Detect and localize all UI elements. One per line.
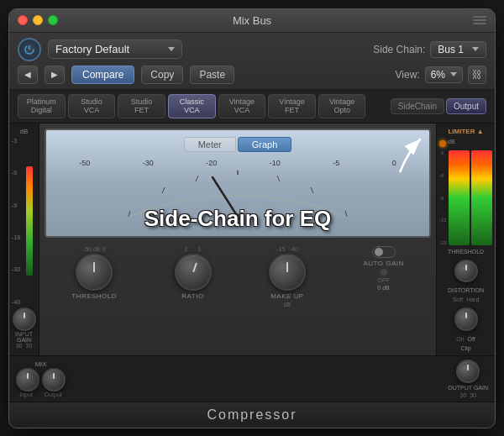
title-bar: Mix Bus: [9, 9, 495, 33]
input-gain-knob[interactable]: [13, 307, 36, 331]
soft-hard-labels: Soft Hard: [439, 297, 492, 302]
vu-arc-container: [53, 171, 423, 221]
input-gain-label: INPUT GAIN: [9, 331, 39, 343]
mix-input-knob[interactable]: [16, 368, 39, 391]
right-threshold-label: THRESHOLD: [439, 249, 492, 255]
graph-tab[interactable]: Graph: [238, 137, 292, 152]
model-vintage-opto[interactable]: VintageOpto: [318, 94, 366, 119]
mix-output-knob[interactable]: [42, 368, 66, 391]
resize-handle[interactable]: [473, 16, 486, 24]
output-gain-label: OUTPUT GAIN: [448, 385, 488, 391]
dropdown-arrow-icon: [168, 47, 175, 51]
auto-gain-group: AUTO GAIN OFF 0 dB: [363, 246, 403, 291]
side-chain-arrow-icon: [472, 47, 479, 51]
db-tick-6: -6: [12, 170, 20, 176]
compare-button[interactable]: Compare: [71, 66, 134, 84]
mix-section: MIX Input Output: [16, 360, 66, 397]
svg-line-7: [277, 176, 280, 181]
left-db-label: dB: [20, 128, 29, 135]
view-arrow-icon: [450, 72, 457, 76]
preset-dropdown[interactable]: Factory Default: [48, 39, 182, 59]
ratio-scale: 21: [185, 246, 202, 252]
output-gain-knob[interactable]: [456, 360, 480, 383]
view-controls: View: 6% ⛓: [396, 66, 486, 84]
model-vintage-fet[interactable]: VintageFET: [268, 94, 316, 119]
side-chain-dropdown[interactable]: Bus 1: [430, 41, 486, 58]
knobs-row: -50dB0 THRESHOLD 21 RATIO -1540: [39, 243, 436, 311]
link-button[interactable]: ⛓: [468, 66, 486, 84]
db-tick-40: -40: [12, 299, 20, 305]
clip-label: Clip: [439, 345, 492, 351]
bottom-bar: MIX Input Output OUTPUT GAIN 30 30: [9, 355, 495, 402]
output-scale-left: 30: [459, 392, 466, 398]
preset-name: Factory Default: [55, 43, 143, 55]
svg-line-4: [162, 187, 165, 193]
vu-meter-display: -50 -30 -20 -10 -5 0: [53, 159, 423, 226]
soft-label: Soft: [453, 297, 463, 302]
vu-tabs: Meter Graph: [53, 137, 423, 152]
output-scale-right: 30: [470, 392, 476, 398]
ratio-knob[interactable]: [169, 249, 216, 296]
nav-prev-button[interactable]: ◀: [18, 66, 38, 84]
window-title: Mix Bus: [233, 14, 271, 27]
nav-next-button[interactable]: ▶: [45, 66, 65, 84]
ratio-group: 21 RATIO: [175, 246, 212, 300]
off-label: Off: [468, 336, 475, 342]
copy-button[interactable]: Copy: [141, 66, 183, 84]
view-label: View:: [396, 69, 420, 81]
makeup-label: MAKE UP: [270, 292, 304, 300]
vu-scale: -50 -30 -20 -10 -5 0: [53, 159, 423, 167]
sidechain-output-group: SideChain Output: [391, 98, 486, 114]
right-controls: Side Chain: Bus 1: [373, 41, 486, 58]
svg-line-8: [311, 187, 313, 193]
view-zoom-dropdown[interactable]: 6%: [425, 66, 463, 83]
power-button[interactable]: [18, 38, 41, 61]
plugin-footer: Compressor: [9, 402, 495, 428]
vu-scale-20: -20: [206, 159, 217, 167]
plugin-window: Mix Bus Factory Default: [8, 8, 496, 428]
limiter-led: [439, 140, 446, 147]
on-off-labels: On Off: [439, 336, 492, 342]
left-meter: dB -3 -6 -9 -18 -30 -40 INPUT GAIN 30 30: [9, 123, 39, 355]
nav-toolbar: ◀ ▶ Compare Copy Paste: [18, 66, 234, 84]
model-studio-vca[interactable]: StudioVCA: [68, 94, 116, 119]
main-area: dB -3 -6 -9 -18 -30 -40 INPUT GAIN 30 30: [9, 123, 495, 355]
model-platinum-digital[interactable]: PlatinumDigital: [18, 94, 66, 119]
center-area: Side-Chain for EQ Meter Graph -50 -30 -2…: [39, 123, 436, 355]
db-tick-18: -18: [12, 234, 20, 240]
distortion-knob[interactable]: [454, 307, 478, 331]
makeup-group: -1540 MAKE UP dB: [269, 246, 306, 307]
makeup-knob[interactable]: [269, 254, 306, 291]
model-studio-fet[interactable]: StudioFET: [118, 94, 165, 119]
traffic-lights: [18, 15, 58, 25]
threshold-knob[interactable]: [76, 254, 113, 291]
close-button[interactable]: [18, 15, 28, 25]
maximize-button[interactable]: [48, 15, 58, 25]
auto-gain-toggle[interactable]: [372, 246, 396, 258]
right-meter-bars: [449, 150, 492, 245]
output-button[interactable]: Output: [446, 98, 486, 114]
right-meter-left: [449, 150, 470, 245]
top-row1: Factory Default Side Chain: Bus 1: [18, 38, 486, 61]
makeup-scale: -1540: [276, 246, 298, 252]
output-scale: 30 30: [459, 392, 476, 398]
input-scale-left: 30: [16, 343, 23, 349]
model-vintage-vca[interactable]: VintageVCA: [218, 94, 266, 119]
model-classic-vca[interactable]: ClassicVCA: [168, 94, 216, 119]
on-label: On: [456, 336, 464, 342]
db-tick-30: -30: [12, 266, 20, 272]
right-meter-strips: -3 -6 -9 -12 -18: [439, 150, 492, 245]
input-scale-right: 30: [26, 343, 33, 349]
plugin-name: Compressor: [207, 407, 297, 422]
top-row2: ◀ ▶ Compare Copy Paste View: 6% ⛓: [18, 66, 486, 84]
input-gain-area: INPUT GAIN 30 30: [9, 305, 39, 351]
svg-point-11: [234, 213, 241, 220]
right-threshold-knob[interactable]: [454, 260, 478, 282]
sidechain-button[interactable]: SideChain: [391, 98, 444, 114]
minimize-button[interactable]: [33, 15, 43, 25]
meter-tab[interactable]: Meter: [184, 137, 236, 152]
db-tick-9: -9: [12, 202, 20, 208]
paste-button[interactable]: Paste: [190, 66, 234, 84]
limiter-label: LIMITER ▲: [439, 128, 492, 135]
side-chain-value: Bus 1: [438, 44, 464, 55]
